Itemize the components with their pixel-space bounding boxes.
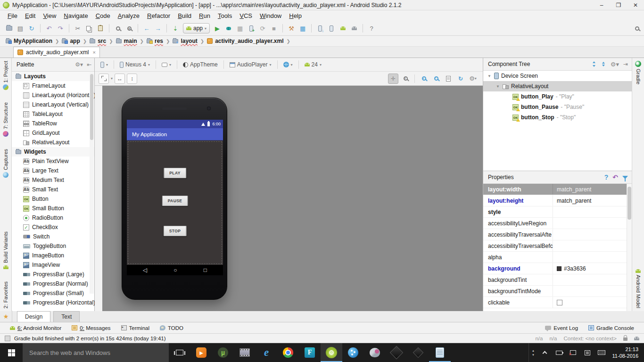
- palette-item-gridlayout[interactable]: GridLayout: [12, 128, 94, 138]
- palette-item-small-text[interactable]: Small Text: [12, 185, 94, 194]
- tree-node-button-pause[interactable]: button_Pause - "Pause": [483, 102, 632, 112]
- tool-stripe-gradle[interactable]: Gradle: [635, 61, 641, 84]
- preview-button-play[interactable]: PLAY: [164, 168, 186, 178]
- redo-button[interactable]: ↷: [55, 23, 66, 33]
- breadcrumb-main[interactable]: main: [114, 38, 139, 44]
- palette-item-tablelayout[interactable]: TableLayout: [12, 109, 94, 119]
- project-settings-button[interactable]: ⚒: [286, 23, 297, 33]
- toolwindow-messages[interactable]: 0: Messages: [67, 322, 115, 334]
- palette-item-progressbar-small[interactable]: ProgressBar (Small): [12, 288, 94, 298]
- taskbar-unity[interactable]: [386, 343, 407, 362]
- lock-icon[interactable]: [623, 337, 627, 341]
- taskbar-notepad[interactable]: [429, 343, 451, 362]
- undo-button[interactable]: ↶: [44, 23, 54, 33]
- stop-button[interactable]: ■: [269, 23, 279, 33]
- property-row-layout-width[interactable]: layout:width match_parent: [483, 184, 632, 195]
- menu-vcs[interactable]: VCS: [236, 11, 256, 21]
- tray-scroll-arrows[interactable]: ▲▼: [528, 343, 538, 362]
- dock-icon[interactable]: ⇥: [623, 61, 628, 67]
- device-selector[interactable]: Nexus 4▾: [118, 59, 152, 70]
- run-button[interactable]: ▶: [212, 23, 223, 33]
- open-file-button[interactable]: [4, 23, 14, 33]
- minimize-button[interactable]: –: [593, 0, 610, 10]
- taskbar-chrome[interactable]: [277, 343, 299, 362]
- make-project-button[interactable]: ⇣: [170, 23, 181, 33]
- zoom-out-button[interactable]: −: [431, 74, 441, 84]
- menu-analyze[interactable]: Analyze: [114, 11, 143, 21]
- menu-run[interactable]: Run: [195, 11, 214, 21]
- property-row-backgroundtint[interactable]: backgroundTint: [483, 274, 632, 286]
- tool-stripe-structure[interactable]: 7: Structure: [3, 102, 8, 137]
- taskbar-media-player[interactable]: ▶: [190, 343, 212, 362]
- menu-tools[interactable]: Tools: [214, 11, 236, 21]
- tray-hidden-icons[interactable]: [538, 343, 552, 362]
- menu-view[interactable]: View: [39, 11, 60, 21]
- attach-debugger-button[interactable]: [246, 23, 256, 33]
- palette-item-progressbar-large[interactable]: ProgressBar (Large): [12, 270, 94, 279]
- toolwindow-android-monitor[interactable]: 6: Android Monitor: [6, 322, 66, 334]
- gear-icon[interactable]: ⚙▾: [75, 61, 83, 68]
- zoom-in-button[interactable]: +: [419, 74, 429, 84]
- palette-item-progressbar-horizontal[interactable]: ProgressBar (Horizontal): [12, 298, 94, 307]
- taskbar-internet-explorer[interactable]: e: [256, 343, 277, 362]
- orientation-selector[interactable]: ▾: [160, 59, 173, 70]
- taskbar-blue-app[interactable]: [342, 343, 364, 362]
- palette-item-tablerow[interactable]: TableRow: [12, 119, 94, 128]
- breadcrumb-file[interactable]: activity_audio_player.xml: [205, 38, 285, 44]
- gradle-sync-button[interactable]: [315, 23, 325, 33]
- taskbar-android-studio[interactable]: [321, 343, 342, 362]
- close-button[interactable]: ✕: [627, 0, 644, 10]
- hector-inspection-icon[interactable]: [634, 337, 639, 340]
- property-row-style[interactable]: style: [483, 206, 632, 218]
- property-row-layout-height[interactable]: layout:height match_parent: [483, 195, 632, 206]
- save-all-button[interactable]: ▤: [15, 23, 25, 33]
- tray-keyboard[interactable]: [594, 343, 609, 362]
- taskbar-facebook[interactable]: F: [299, 343, 321, 362]
- locale-selector[interactable]: ▾: [281, 59, 295, 70]
- pan-button[interactable]: ✛: [388, 74, 398, 84]
- breadcrumb-project[interactable]: MyApplication: [4, 38, 54, 44]
- palette-group-layouts[interactable]: Layouts: [12, 72, 94, 81]
- tray-network[interactable]: [566, 343, 580, 362]
- tree-node-button-play[interactable]: button_Play - "Play": [483, 91, 632, 102]
- menu-file[interactable]: File: [4, 11, 21, 21]
- taskbar-mysql[interactable]: [364, 343, 386, 362]
- tray-action-center[interactable]: [580, 343, 594, 362]
- reset-icon[interactable]: ↶: [612, 173, 618, 181]
- project-structure-button[interactable]: ▦: [297, 23, 308, 33]
- expand-all-icon[interactable]: [592, 61, 597, 67]
- menu-refactor[interactable]: Refactor: [143, 11, 174, 21]
- breadcrumb-res[interactable]: res: [145, 38, 165, 44]
- find-usages-button[interactable]: ★: [124, 23, 134, 33]
- property-row-alpha[interactable]: alpha: [483, 252, 632, 263]
- tree-node-button-stop[interactable]: button_Stop - "Stop": [483, 112, 632, 123]
- palette-group-widgets[interactable]: Widgets: [12, 147, 94, 156]
- render-options-button[interactable]: ⚙▾: [468, 74, 478, 84]
- property-row-background[interactable]: background #3a3636: [483, 263, 632, 274]
- avd-manager-button[interactable]: [326, 23, 337, 33]
- taskbar-search[interactable]: [23, 343, 169, 362]
- chevron-expanded-icon[interactable]: ▼: [487, 74, 492, 78]
- zoom-mode-button[interactable]: [99, 74, 109, 84]
- taskbar-clock[interactable]: 21:13 11-08-2016: [609, 346, 644, 359]
- palette-item-button[interactable]: Button: [12, 194, 94, 204]
- device-monitor-button[interactable]: [349, 23, 359, 33]
- copy-button[interactable]: [84, 23, 94, 33]
- checkbox-unchecked-icon[interactable]: [557, 300, 562, 305]
- menu-code[interactable]: Code: [92, 11, 114, 21]
- property-row-clickable[interactable]: clickable: [483, 297, 632, 308]
- stretch-height-button[interactable]: ↕: [127, 74, 137, 84]
- preview-button-stop[interactable]: STOP: [164, 226, 187, 236]
- zoom-actual-button[interactable]: 1: [400, 74, 411, 84]
- sdk-manager-button[interactable]: [338, 23, 348, 33]
- palette-item-plain-textview[interactable]: Plain TextView: [12, 156, 94, 166]
- taskbar-utorrent[interactable]: µ: [212, 343, 234, 362]
- tab-close-icon[interactable]: ×: [91, 49, 95, 55]
- collapse-all-icon[interactable]: [601, 61, 606, 67]
- palette-item-small-button[interactable]: Small Button: [12, 204, 94, 213]
- theme-selector[interactable]: AppTheme: [181, 59, 220, 70]
- toolwindow-anchor-icon[interactable]: [5, 336, 10, 341]
- activity-selector[interactable]: AudioPlayer▾: [228, 59, 273, 70]
- toolwindow-event-log[interactable]: Event Log: [541, 322, 582, 334]
- menu-build[interactable]: Build: [174, 11, 195, 21]
